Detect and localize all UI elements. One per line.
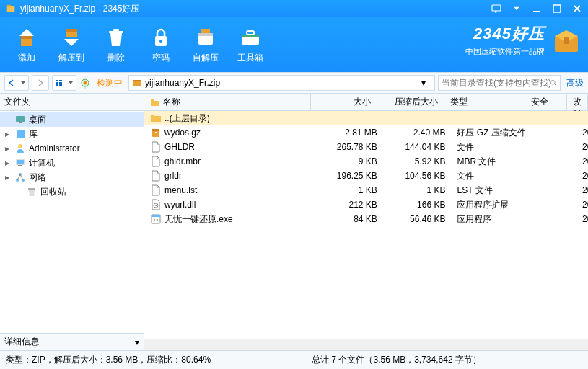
window-title: yijianhuanyX_Fr.zip - 2345好压 xyxy=(20,3,491,15)
file-icon xyxy=(150,141,162,153)
svg-point-38 xyxy=(18,144,22,148)
tree-item[interactable]: ▸计算机 xyxy=(0,156,144,170)
close-button[interactable] xyxy=(572,4,582,14)
file-row[interactable]: wydos.gz2.81 MB2.40 MB好压 GZ 压缩文件2016- xyxy=(144,125,588,140)
sidebar: 文件夹 桌面▸库▸Administrator▸计算机▸网络回收站 详细信息 ▾ xyxy=(0,94,144,350)
tools-button[interactable]: 工具箱 xyxy=(228,26,273,64)
self-extract-icon xyxy=(194,26,217,49)
svg-rect-21 xyxy=(56,80,58,81)
svg-rect-35 xyxy=(17,130,19,138)
svg-rect-14 xyxy=(198,33,213,36)
svg-rect-18 xyxy=(247,31,254,35)
file-compressed-size: 5.92 KB xyxy=(383,156,452,166)
sidebar-footer[interactable]: 详细信息 ▾ xyxy=(0,333,144,350)
file-size: 212 KB xyxy=(315,200,383,210)
trash-icon xyxy=(105,26,128,49)
tree-item[interactable]: ▸网络 xyxy=(0,170,144,184)
tree-toggle[interactable]: ▸ xyxy=(3,143,12,154)
back-button[interactable] xyxy=(4,75,29,91)
address-dropdown[interactable]: ▾ xyxy=(421,78,431,88)
file-row[interactable]: menu.lst1 KB1 KBLST 文件2014- xyxy=(144,183,588,197)
file-name: wydos.gz xyxy=(164,128,201,138)
comment-icon[interactable] xyxy=(491,4,501,14)
brand-area: 2345好压 中国压缩软件第一品牌 xyxy=(465,23,582,57)
svg-rect-23 xyxy=(56,84,58,86)
advanced-link[interactable]: 高级 xyxy=(566,77,584,89)
file-size: 1 KB xyxy=(315,185,383,195)
file-type: 文件 xyxy=(451,141,533,154)
column-size[interactable]: 大小 xyxy=(311,94,378,110)
file-row[interactable]: GHLDR265.78 KB144.04 KB文件2014- xyxy=(144,140,588,154)
scan-icon xyxy=(79,77,91,89)
column-name[interactable]: 名称 xyxy=(144,94,311,110)
sidebar-header: 文件夹 xyxy=(0,94,144,111)
add-icon xyxy=(15,26,38,49)
file-panel: 名称 大小 压缩后大小 类型 安全 修改时 ..(上层目录)wydos.gz2.… xyxy=(144,94,588,350)
tree-toggle[interactable]: ▸ xyxy=(3,129,12,139)
details-dropdown[interactable]: ▾ xyxy=(135,337,139,347)
column-security[interactable]: 安全 xyxy=(525,94,567,110)
minimize-button[interactable] xyxy=(532,4,542,14)
tree-item[interactable]: ▸库 xyxy=(0,127,144,141)
exe-icon xyxy=(150,213,162,225)
file-row[interactable]: grldr196.25 KB104.56 KB文件2007- xyxy=(144,169,588,183)
user-icon xyxy=(14,143,26,154)
status-left: 类型：ZIP，解压后大小：3.56 MB，压缩比：80.64% xyxy=(6,354,211,366)
search-box[interactable] xyxy=(438,75,561,91)
search-input[interactable] xyxy=(442,78,550,88)
file-compressed-size: 166 KB xyxy=(383,200,452,210)
file-name: ghldr.mbr xyxy=(164,156,201,166)
delete-button[interactable]: 删除 xyxy=(94,26,139,64)
password-button[interactable]: 密码 xyxy=(139,26,183,64)
tree-item[interactable]: 桌面 xyxy=(0,112,144,127)
file-modified: 2014- xyxy=(576,185,588,195)
tree-toggle[interactable]: ▸ xyxy=(3,158,12,168)
add-button[interactable]: 添加 xyxy=(4,26,49,64)
self-extract-button[interactable]: 自解压 xyxy=(183,26,228,64)
file-name: menu.lst xyxy=(164,185,197,195)
svg-rect-52 xyxy=(152,215,160,217)
file-compressed-size: 104.56 KB xyxy=(383,171,452,181)
scan-status: 检测中 xyxy=(97,77,123,89)
extract-button[interactable]: 解压到 xyxy=(49,26,94,64)
svg-rect-2 xyxy=(492,5,501,11)
file-row[interactable]: ..(上层目录) xyxy=(144,111,588,125)
recycle-icon xyxy=(26,186,38,197)
dropdown-icon[interactable] xyxy=(512,4,522,14)
file-compressed-size: 144.04 KB xyxy=(383,142,452,152)
svg-rect-34 xyxy=(19,122,22,123)
svg-point-32 xyxy=(550,80,555,84)
svg-rect-0 xyxy=(7,6,15,12)
horizontal-scrollbar[interactable] xyxy=(144,339,588,350)
column-type[interactable]: 类型 xyxy=(444,94,525,110)
forward-button[interactable] xyxy=(32,75,49,91)
column-compressed-size[interactable]: 压缩后大小 xyxy=(377,94,444,110)
address-bar[interactable]: yijianhuanyX_Fr.zip ▾ xyxy=(128,75,435,91)
svg-point-50 xyxy=(155,205,157,206)
tree-label: 网络 xyxy=(29,172,46,184)
archive-icon xyxy=(150,127,162,138)
tree-item[interactable]: 回收站 xyxy=(0,184,144,199)
search-icon[interactable] xyxy=(550,78,557,88)
file-compressed-size: 56.46 KB xyxy=(383,214,452,224)
lib-icon xyxy=(14,128,26,140)
file-row[interactable]: wyurl.dll212 KB166 KB应用程序扩展2016- xyxy=(144,197,588,212)
file-list: ..(上层目录)wydos.gz2.81 MB2.40 MB好压 GZ 压缩文件… xyxy=(144,111,588,339)
tree-label: 库 xyxy=(29,128,38,141)
tree-toggle[interactable]: ▸ xyxy=(3,172,12,182)
folder-tree: 桌面▸库▸Administrator▸计算机▸网络回收站 xyxy=(0,111,144,333)
file-row[interactable]: ghldr.mbr9 KB5.92 KBMBR 文件2014- xyxy=(144,154,588,169)
column-modified[interactable]: 修改时 xyxy=(567,94,588,110)
svg-rect-31 xyxy=(133,80,141,81)
view-button[interactable] xyxy=(52,75,76,91)
svg-rect-1 xyxy=(7,5,11,7)
tree-item[interactable]: ▸Administrator xyxy=(0,141,144,156)
file-compressed-size: 1 KB xyxy=(383,185,452,195)
svg-rect-47 xyxy=(152,129,159,131)
file-row[interactable]: 无忧一键还原.exe84 KB56.46 KB应用程序2016- xyxy=(144,212,588,226)
file-type: MBR 文件 xyxy=(451,156,533,168)
svg-rect-8 xyxy=(66,29,77,32)
file-icon xyxy=(150,156,162,167)
maximize-button[interactable] xyxy=(552,4,562,14)
main-toolbar: 添加 解压到 删除 密码 自解压 工具箱 2345好压 中国压缩软件第一品牌 xyxy=(0,17,588,72)
